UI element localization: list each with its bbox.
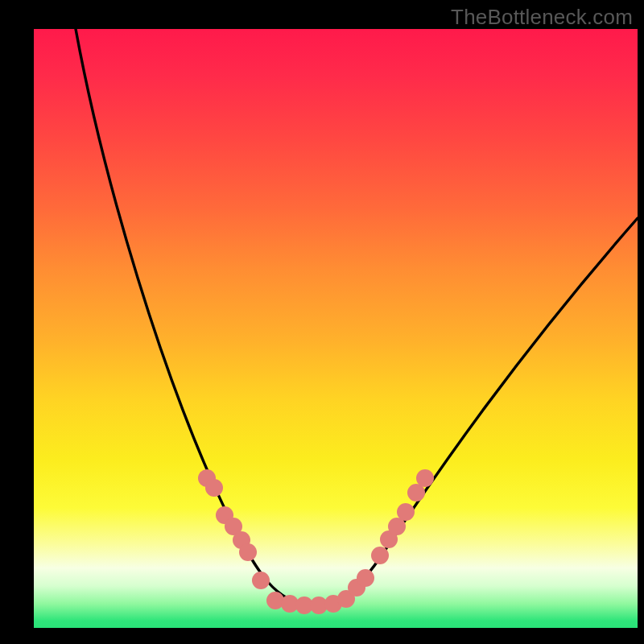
dot-cluster xyxy=(198,469,434,614)
svg-point-6 xyxy=(252,572,270,589)
svg-point-15 xyxy=(371,547,389,564)
svg-point-14 xyxy=(357,569,374,587)
curve-layer xyxy=(34,29,638,628)
svg-point-5 xyxy=(239,543,257,561)
svg-point-18 xyxy=(397,503,415,521)
svg-point-20 xyxy=(416,469,434,487)
watermark-text: TheBottleneck.com xyxy=(451,5,633,30)
plot-area xyxy=(34,29,638,628)
svg-point-1 xyxy=(205,479,223,497)
chart-root: TheBottleneck.com xyxy=(0,0,644,644)
bottleneck-curve xyxy=(76,29,638,605)
